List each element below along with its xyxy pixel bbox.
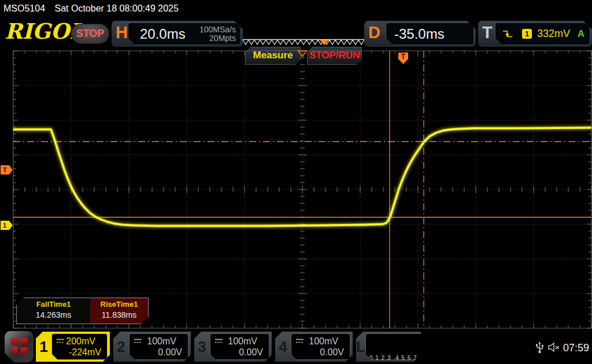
trigger-panel[interactable]: T 1 332mV A [478, 21, 592, 47]
dc-coupling-icon [134, 338, 142, 344]
trigger-level-value: 332mV [537, 28, 570, 40]
channel-readout: 100mV 0.00V [210, 333, 269, 360]
logic-row-1: 0 1 2 3 4 5 6 7 [369, 354, 438, 362]
horizontal-readout: 20.0ms 100MSa/s 20Mpts [128, 23, 241, 45]
measurement-falltime[interactable]: FallTime1 14.263ms [17, 298, 90, 324]
trigger-readout: 1 332mV A [495, 23, 590, 45]
channel-number: 4 [275, 332, 291, 362]
trigger-label: T [482, 23, 493, 42]
memory-depth: 20Mpts [209, 34, 236, 43]
model-name: MSO5104 [3, 3, 45, 14]
oscilloscope-screen: MSO5104 Sat October 18 08:00:49 2025 RIG… [0, 0, 592, 364]
dc-coupling-icon [295, 338, 304, 344]
channel-bar: 1 200mV -224mV 2 [0, 330, 592, 364]
clock: 07:59 [563, 342, 589, 354]
measurement-label: FallTime1 [17, 300, 90, 309]
channel-offset: 0.00V [295, 347, 344, 359]
measurement-results-panel[interactable]: FallTime1 14.263ms RiseTime1 11.838ms [16, 298, 149, 324]
sample-rate: 100MSa/s [199, 25, 236, 34]
measurement-risetime[interactable]: RiseTime1 11.838ms [90, 298, 148, 324]
delay-label: D [368, 23, 380, 42]
dc-coupling-icon [56, 338, 65, 344]
channel-offset: 0.00V [214, 347, 263, 359]
menu-grid-icon [11, 338, 27, 354]
horizontal-label: H [116, 23, 128, 42]
menu-button[interactable] [5, 331, 34, 362]
usb-icon [535, 341, 544, 354]
logic-channel-list: 0 1 2 3 4 5 6 7 8 9 10 11 12 13 14 15 [365, 333, 439, 360]
channel-offset: -224mV [56, 347, 101, 359]
channel-readout: 200mV -224mV [51, 333, 108, 360]
status-bar: MSO5104 Sat October 18 08:00:49 2025 [0, 0, 592, 17]
channel-scale: 200mV [66, 336, 95, 347]
system-datetime: Sat October 18 08:00:49 2025 [55, 3, 179, 14]
delay-panel[interactable]: D -35.0ms [364, 21, 476, 47]
trigger-mode: A [578, 28, 584, 40]
channel-readout: 100mV 0.00V [129, 333, 188, 360]
channel-scale: 100mV [309, 336, 338, 347]
memory-position-strip[interactable] [242, 39, 366, 47]
channel-number: 1 [36, 332, 51, 362]
channel-2-label[interactable]: 2 100mV 0.00V [113, 332, 191, 362]
measurement-value: 14.263ms [17, 310, 90, 320]
channel-scale: 100mV [147, 336, 176, 347]
channel-number: 3 [194, 332, 210, 362]
graticule-and-trace [0, 49, 592, 330]
dc-coupling-icon [214, 338, 223, 344]
channel-scale: 100mV [228, 336, 257, 347]
measurement-label: RiseTime1 [90, 300, 148, 309]
channel-4-label[interactable]: 4 100mV 0.00V [275, 332, 353, 362]
logic-label: L [356, 332, 365, 362]
measurement-value: 11.838ms [90, 310, 148, 320]
channel-3-label[interactable]: 3 100mV 0.00V [194, 332, 272, 362]
channel-1-label[interactable]: 1 200mV -224mV [36, 332, 110, 362]
run-state-badge: STOP [71, 24, 109, 44]
header-bar: RIGOL STOP H 20.0ms 100MSa/s 20Mpts Meas… [0, 17, 592, 49]
trigger-source-badge: 1 [522, 29, 532, 39]
delay-value: -35.0ms [394, 26, 445, 42]
channel-readout: 100mV 0.00V [291, 333, 350, 360]
falling-edge-icon [502, 29, 513, 39]
logic-channels-label[interactable]: L 0 1 2 3 4 5 6 7 8 9 10 11 12 13 14 15 [356, 332, 421, 362]
horizontal-panel[interactable]: H 20.0ms 100MSa/s 20Mpts [112, 21, 243, 47]
speaker-muted-icon [547, 341, 561, 353]
delay-readout: -35.0ms [386, 23, 474, 45]
channel-offset: 0.00V [134, 347, 182, 359]
waveform-display: T T 1 FallTime1 14.263ms RiseTime1 11.83… [0, 49, 592, 330]
channel-number: 2 [113, 332, 129, 362]
timebase-value: 20.0ms [140, 26, 186, 42]
acquisition-rates: 100MSa/s 20Mpts [199, 25, 236, 43]
